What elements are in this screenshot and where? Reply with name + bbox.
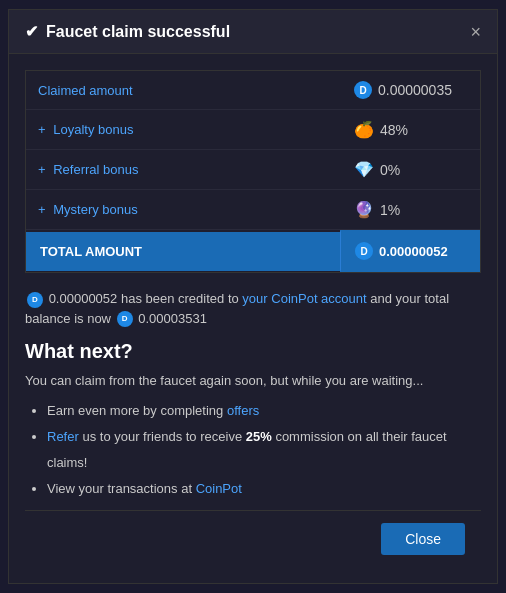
referral-value: 0%	[380, 162, 400, 178]
claimed-label: Claimed amount	[26, 73, 340, 108]
claimed-value-cell: D 0.00000035	[340, 71, 480, 109]
balance-value: 0.00003531	[138, 311, 207, 326]
claimed-value: 0.00000035	[378, 82, 452, 98]
bullet-offers-text: Earn even more by completing	[47, 403, 227, 418]
what-next-subtitle: You can claim from the faucet again soon…	[25, 373, 481, 388]
coinpot-link[interactable]: CoinPot	[196, 481, 242, 496]
balance-coin-icon: D	[117, 311, 133, 327]
offers-link[interactable]: offers	[227, 403, 259, 418]
referral-value-cell: 💎 0%	[340, 150, 480, 189]
bullet-refer-text: us to your friends to receive 25% commis…	[47, 429, 447, 470]
bullet-list: Earn even more by completing offers Refe…	[25, 398, 481, 502]
bullet-transactions-text: View your transactions at	[47, 481, 196, 496]
loyalty-plus: +	[38, 122, 46, 137]
loyalty-value-cell: 🍊 48%	[340, 110, 480, 149]
refer-link[interactable]: Refer	[47, 429, 79, 444]
close-x-button[interactable]: ×	[470, 23, 481, 41]
referral-icon: 💎	[354, 160, 374, 179]
mystery-label-text: Mystery bonus	[53, 202, 138, 217]
commission-bold: 25%	[246, 429, 272, 444]
close-button[interactable]: Close	[381, 523, 465, 555]
total-value: 0.00000052	[379, 244, 448, 259]
modal: ✔ Faucet claim successful × Claimed amou…	[8, 9, 498, 584]
modal-title-text: Faucet claim successful	[46, 23, 230, 41]
credited-before: has been credited to	[121, 291, 242, 306]
referral-plus: +	[38, 162, 46, 177]
loyalty-label: + Loyalty bonus	[26, 112, 340, 147]
total-dash-icon: D	[355, 242, 373, 260]
loyalty-row: + Loyalty bonus 🍊 48%	[26, 110, 480, 150]
referral-label: + Referral bonus	[26, 152, 340, 187]
bullet-refer: Refer us to your friends to receive 25% …	[47, 424, 481, 476]
referral-label-text: Referral bonus	[53, 162, 138, 177]
mystery-plus: +	[38, 202, 46, 217]
loyalty-value: 48%	[380, 122, 408, 138]
loyalty-label-text: Loyalty bonus	[53, 122, 133, 137]
modal-title: ✔ Faucet claim successful	[25, 22, 230, 41]
bullet-offers: Earn even more by completing offers	[47, 398, 481, 424]
modal-body: Claimed amount D 0.00000035 + Loyalty bo…	[9, 54, 497, 583]
modal-footer: Close	[25, 510, 481, 567]
mystery-row: + Mystery bonus 🔮 1%	[26, 190, 480, 230]
modal-header: ✔ Faucet claim successful ×	[9, 10, 497, 54]
referral-row: + Referral bonus 💎 0%	[26, 150, 480, 190]
credited-text: D 0.00000052 has been credited to your C…	[25, 289, 481, 328]
dash-coin-icon: D	[354, 81, 372, 99]
claimed-row: Claimed amount D 0.00000035	[26, 71, 480, 110]
credited-amount: 0.00000052	[49, 291, 118, 306]
mystery-value: 1%	[380, 202, 400, 218]
total-row: TOTAL AMOUNT D 0.00000052	[26, 230, 480, 272]
loyalty-icon: 🍊	[354, 120, 374, 139]
check-icon: ✔	[25, 22, 38, 41]
bullet-transactions: View your transactions at CoinPot	[47, 476, 481, 502]
mystery-value-cell: 🔮 1%	[340, 190, 480, 229]
total-label: TOTAL AMOUNT	[26, 232, 340, 271]
total-value-cell: D 0.00000052	[340, 230, 480, 272]
what-next-heading: What next?	[25, 340, 481, 363]
coinpot-account-link[interactable]: your CoinPot account	[242, 291, 366, 306]
mystery-icon: 🔮	[354, 200, 374, 219]
mystery-label: + Mystery bonus	[26, 192, 340, 227]
credited-coin-icon: D	[27, 292, 43, 308]
claim-table: Claimed amount D 0.00000035 + Loyalty bo…	[25, 70, 481, 273]
